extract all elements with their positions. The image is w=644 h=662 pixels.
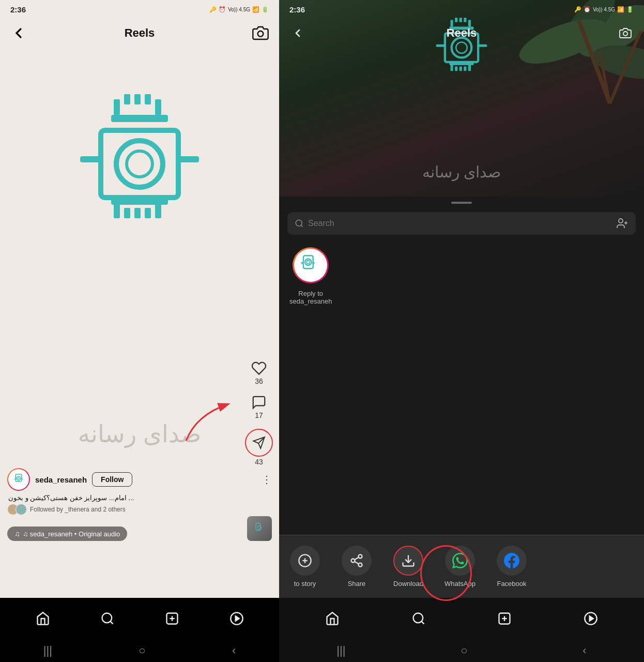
svg-line-29 xyxy=(110,621,113,624)
svg-rect-10 xyxy=(80,156,101,162)
svg-marker-85 xyxy=(589,616,593,621)
svg-rect-68 xyxy=(301,262,303,264)
svg-line-61 xyxy=(301,225,302,227)
svg-point-67 xyxy=(306,261,310,264)
svg-point-73 xyxy=(359,554,362,558)
right-sys-back-icon[interactable]: ‹ xyxy=(582,644,586,657)
like-button[interactable]: 36 xyxy=(251,360,267,385)
sys-menu-icon[interactable]: ||| xyxy=(43,644,52,657)
svg-rect-15 xyxy=(145,208,151,218)
search-input[interactable] xyxy=(308,219,612,228)
right-status-icons: 🔑 ⏰ Vo)) 4.5G 📶 🔋 xyxy=(574,6,634,13)
svg-line-80 xyxy=(421,621,424,624)
add-contact-icon[interactable] xyxy=(616,217,628,230)
svg-rect-16 xyxy=(155,203,161,218)
share-option-download[interactable]: Download xyxy=(382,541,434,592)
left-system-nav: ||| ○ ‹ xyxy=(0,639,279,662)
nav-add[interactable] xyxy=(165,611,179,626)
music-note-icon: ♫ xyxy=(14,530,20,538)
download-icon xyxy=(393,546,423,576)
right-nav-home[interactable] xyxy=(325,611,340,626)
right-nav-title: Reels xyxy=(447,26,477,40)
right-actions: 36 17 43 xyxy=(245,360,273,466)
search-bar[interactable] xyxy=(287,212,636,235)
user-avatar[interactable] xyxy=(7,468,30,491)
reply-to-user[interactable]: Reply to seda_resaneh xyxy=(289,247,332,305)
reply-avatar-inner xyxy=(294,249,327,282)
svg-line-76 xyxy=(355,562,359,564)
right-top-nav: Reels xyxy=(279,19,644,48)
left-nav-title: Reels xyxy=(125,26,155,40)
sys-back-icon[interactable]: ‹ xyxy=(232,644,236,657)
follow-button[interactable]: Follow xyxy=(92,472,132,487)
left-bottom-nav xyxy=(0,598,279,639)
svg-rect-69 xyxy=(312,262,315,264)
share-circle-highlight xyxy=(245,429,273,457)
reply-to-label: Reply to xyxy=(298,290,323,297)
right-nav-reels[interactable] xyxy=(584,611,598,626)
svg-point-66 xyxy=(305,259,312,266)
right-nav-search[interactable] xyxy=(411,611,426,626)
right-sys-menu-icon[interactable]: ||| xyxy=(336,644,345,657)
svg-rect-5 xyxy=(155,99,161,115)
svg-point-27 xyxy=(258,526,262,530)
sheet-handle xyxy=(451,202,472,204)
left-back-icon[interactable] xyxy=(10,25,27,41)
persian-watermark: صدای رسانه xyxy=(78,420,201,448)
svg-point-74 xyxy=(351,559,355,563)
share-label: Share xyxy=(348,580,366,588)
search-icon xyxy=(295,219,304,228)
more-options-icon[interactable]: ⋮ xyxy=(262,473,272,486)
left-panel: 2:36 🔑 ⏰ Vo)) 4.5G 📶 🔋 Reels xyxy=(0,0,279,662)
audio-label: ♫ seda_resaneh • Original audio xyxy=(23,530,120,538)
svg-point-60 xyxy=(296,220,302,226)
audio-bar[interactable]: ♫ ♫ seda_resaneh • Original audio xyxy=(7,526,127,541)
facebook-label: Facebook xyxy=(497,580,526,588)
svg-point-0 xyxy=(258,31,264,37)
share-options-bar: to story Share xyxy=(279,535,644,598)
video-preview: صدای رسانه 2:36 🔑 ⏰ Vo)) 4.5G 📶 🔋 Reels xyxy=(279,0,644,197)
svg-rect-13 xyxy=(124,208,130,218)
svg-rect-14 xyxy=(134,208,141,218)
share-button[interactable]: 43 xyxy=(245,429,273,466)
svg-point-22 xyxy=(17,476,21,480)
share-option-share[interactable]: Share xyxy=(331,541,382,592)
whatsapp-icon xyxy=(445,546,475,576)
follower-avatar-2 xyxy=(16,504,27,515)
right-camera-icon[interactable] xyxy=(617,25,634,41)
facebook-icon xyxy=(497,546,527,576)
share-option-whatsapp[interactable]: WhatsApp xyxy=(434,541,486,592)
svg-point-79 xyxy=(413,613,423,623)
reply-section: Reply to seda_resaneh xyxy=(279,239,644,313)
left-camera-icon[interactable] xyxy=(252,25,269,41)
nav-search[interactable] xyxy=(100,611,115,626)
right-panel: صدای رسانه 2:36 🔑 ⏰ Vo)) 4.5G 📶 🔋 Reels xyxy=(279,0,644,662)
reply-avatar xyxy=(293,247,329,283)
like-count: 36 xyxy=(255,377,263,385)
right-time: 2:36 xyxy=(289,5,305,14)
story-icon xyxy=(290,546,320,576)
username-label: seda_resaneh xyxy=(35,475,87,484)
right-status-bar: 2:36 🔑 ⏰ Vo)) 4.5G 📶 🔋 xyxy=(279,0,644,19)
share-option-facebook[interactable]: Facebook xyxy=(486,541,538,592)
nav-reels[interactable] xyxy=(229,611,244,626)
user-bar: seda_resaneh Follow ⋮ امام... سوپرایز خف… xyxy=(0,468,279,515)
svg-rect-4 xyxy=(145,94,151,104)
svg-point-59 xyxy=(623,32,627,36)
left-status-bar: 2:36 🔑 ⏰ Vo)) 4.5G 📶 🔋 xyxy=(0,0,279,19)
svg-rect-58 xyxy=(449,62,473,65)
svg-rect-3 xyxy=(134,94,141,104)
svg-line-77 xyxy=(355,558,359,560)
sys-home-icon[interactable]: ○ xyxy=(139,644,145,657)
right-back-icon[interactable] xyxy=(289,25,306,41)
right-persian-watermark: صدای رسانه xyxy=(422,163,501,181)
right-nav-add[interactable] xyxy=(497,611,512,626)
svg-rect-25 xyxy=(21,478,23,479)
left-top-nav: Reels xyxy=(0,19,279,48)
share-option-story[interactable]: to story xyxy=(279,541,331,592)
svg-rect-2 xyxy=(124,94,130,104)
right-sys-home-icon[interactable]: ○ xyxy=(461,644,467,657)
nav-home[interactable] xyxy=(36,611,50,626)
comment-button[interactable]: 17 xyxy=(251,395,267,419)
audio-thumbnail xyxy=(247,516,272,541)
